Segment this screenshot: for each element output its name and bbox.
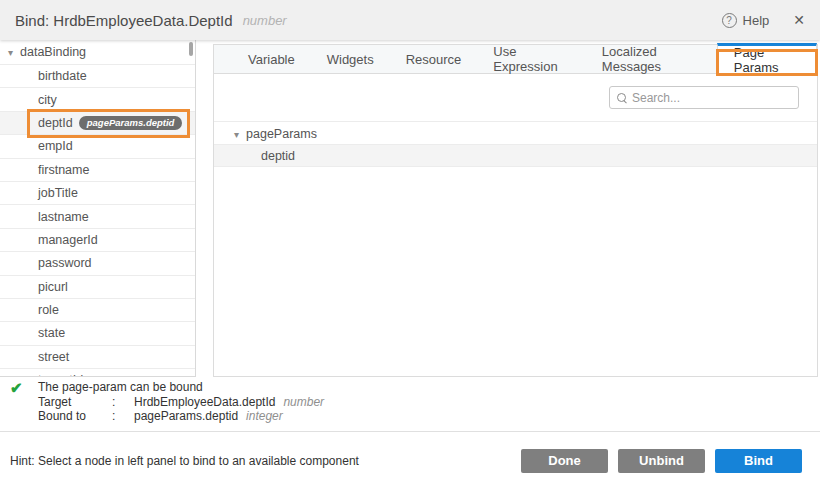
- sidebar-item-label: empId: [38, 139, 73, 153]
- sidebar-item-role[interactable]: role: [0, 299, 195, 322]
- search-input[interactable]: [632, 91, 791, 105]
- field-type-label: number: [243, 13, 287, 28]
- status-message: The page-param can be bound: [38, 380, 324, 395]
- tab-label: Page Params: [734, 45, 800, 75]
- sidebar-item-label: jobTitle: [38, 186, 78, 200]
- sidebar-item-label: firstname: [38, 163, 89, 177]
- sidebar-item-label: lastname: [38, 210, 89, 224]
- status-lines: The page-param can be bound Target:HrdbE…: [38, 380, 324, 424]
- sidebar-item-label: managerId: [38, 233, 98, 247]
- status-row-type: number: [283, 395, 324, 410]
- sidebar-item-label: picurl: [38, 280, 68, 294]
- tree-node-pageParams[interactable]: ▾ pageParams: [214, 124, 817, 144]
- sidebar-item-managerId[interactable]: managerId: [0, 229, 195, 252]
- footer-buttons: DoneUnbindBind: [511, 449, 802, 473]
- tab-content: ▾ pageParams deptid: [214, 74, 817, 376]
- tab-widgets[interactable]: Widgets: [311, 45, 390, 73]
- tab-use-expression[interactable]: Use Expression: [477, 45, 586, 73]
- status-row-colon: :: [112, 409, 134, 424]
- sidebar-item-picurl[interactable]: picurl: [0, 276, 195, 299]
- sidebar-item-label: state: [38, 326, 65, 340]
- tab-variable[interactable]: Variable: [232, 45, 311, 73]
- sidebar-item-tenantId[interactable]: tenantId: [0, 369, 195, 377]
- done-button[interactable]: Done: [521, 449, 608, 473]
- sidebar-item-street[interactable]: street: [0, 346, 195, 369]
- sidebar-item-city[interactable]: city: [0, 88, 195, 111]
- sidebar-item-jobTitle[interactable]: jobTitle: [0, 182, 195, 205]
- chevron-down-icon: ▾: [8, 47, 13, 58]
- sidebar-item-label: street: [38, 350, 69, 364]
- status-row: Target:HrdbEmployeeData.deptIdnumber: [38, 395, 324, 410]
- tab-strip: VariableWidgetsResourceUse ExpressionLoc…: [214, 45, 817, 74]
- sidebar-item-empId[interactable]: empId: [0, 135, 195, 158]
- status-row-value: pageParams.deptid: [134, 409, 238, 424]
- sidebar-item-label: role: [38, 303, 59, 317]
- help-label: Help: [743, 13, 770, 28]
- content-divider: [214, 121, 817, 122]
- status-row-value: HrdbEmployeeData.deptId: [134, 395, 275, 410]
- tab-page-params[interactable]: Page Params: [717, 43, 817, 73]
- sidebar-item-label: deptId: [38, 116, 73, 130]
- sidebar-scrollbar[interactable]: [189, 42, 193, 56]
- sidebar-item-lastname[interactable]: lastname: [0, 205, 195, 228]
- tab-label: Widgets: [327, 52, 374, 67]
- sidebar-list: birthdatecitydeptIdpageParams.deptidempI…: [0, 65, 195, 377]
- bind-button[interactable]: Bind: [715, 449, 802, 473]
- sidebar-item-password[interactable]: password: [0, 252, 195, 275]
- search-box[interactable]: [609, 86, 799, 109]
- tab-label: Use Expression: [493, 44, 570, 74]
- status-row-label: Bound to: [38, 409, 112, 424]
- sidebar-item-dataBinding[interactable]: ▾ dataBinding: [0, 40, 195, 65]
- chevron-down-icon: ▾: [234, 129, 239, 140]
- dialog-header: Bind: HrdbEmployeeData.DeptId number ? H…: [0, 0, 820, 40]
- tab-resource[interactable]: Resource: [390, 45, 478, 73]
- tab-localized-messages[interactable]: Localized Messages: [586, 45, 717, 73]
- sidebar-item-firstname[interactable]: firstname: [0, 159, 195, 182]
- sidebar-item-label: tenantId: [38, 373, 83, 377]
- data-binding-tree: ▾ dataBinding birthdatecitydeptIdpagePar…: [0, 40, 196, 377]
- sidebar-item-deptId[interactable]: deptIdpageParams.deptid: [0, 112, 195, 135]
- check-icon: ✔: [10, 379, 23, 397]
- status-rows: Target:HrdbEmployeeData.deptIdnumberBoun…: [38, 395, 324, 424]
- search-icon: [617, 93, 627, 103]
- status-row-type: integer: [246, 409, 283, 424]
- sidebar-item-label: password: [38, 256, 92, 270]
- close-icon[interactable]: ✕: [793, 12, 805, 28]
- tree-root-label: pageParams: [246, 127, 317, 141]
- sidebar-item-label: birthdate: [38, 69, 87, 83]
- status-row: Bound to:pageParams.deptidinteger: [38, 409, 324, 424]
- dialog-title: Bind: HrdbEmployeeData.DeptId: [15, 12, 233, 29]
- sidebar-root-label: dataBinding: [20, 45, 86, 59]
- hint-text: Hint: Select a node in left panel to bin…: [10, 454, 511, 468]
- sidebar-item-birthdate[interactable]: birthdate: [0, 65, 195, 88]
- sidebar-item-label: city: [38, 93, 57, 107]
- help-button[interactable]: ? Help: [722, 13, 770, 28]
- tree-children: deptid: [214, 144, 817, 167]
- sidebar-item-state[interactable]: state: [0, 322, 195, 345]
- bind-dialog: Bind: HrdbEmployeeData.DeptId number ? H…: [0, 0, 820, 489]
- tab-label: Localized Messages: [602, 44, 701, 74]
- bound-param-badge: pageParams.deptid: [79, 116, 183, 130]
- binding-status: ✔ The page-param can be bound Target:Hrd…: [0, 378, 820, 431]
- question-circle-icon: ?: [722, 13, 737, 28]
- footer-bar: Hint: Select a node in left panel to bin…: [0, 432, 820, 489]
- unbind-button[interactable]: Unbind: [618, 449, 705, 473]
- binding-source-panel: VariableWidgetsResourceUse ExpressionLoc…: [213, 44, 818, 377]
- tree-node-label: deptid: [261, 149, 295, 163]
- tree-node-deptid[interactable]: deptid: [214, 144, 817, 167]
- status-row-colon: :: [112, 395, 134, 410]
- tab-label: Variable: [248, 52, 295, 67]
- tab-label: Resource: [406, 52, 462, 67]
- page-params-tree: ▾ pageParams deptid: [214, 124, 817, 167]
- status-row-label: Target: [38, 395, 112, 410]
